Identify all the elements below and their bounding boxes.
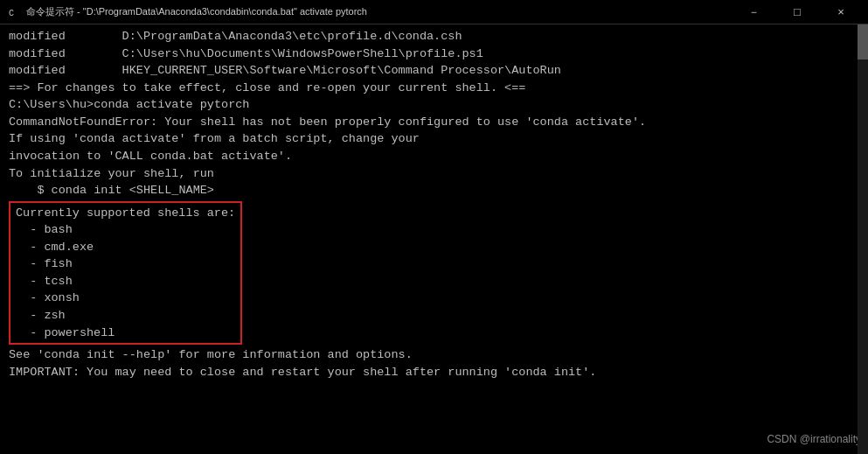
terminal-line: To initialize your shell, run [9,165,859,183]
terminal-line: modified D:\ProgramData\Anaconda3\etc\pr… [9,28,859,45]
highlighted-line: - fish [16,255,235,273]
highlighted-line: - bash [16,221,235,239]
maximize-button[interactable]: □ [777,0,817,24]
cmd-icon: C [7,5,21,19]
terminal-content: modified D:\ProgramData\Anaconda3\etc\pr… [9,28,859,381]
title-bar-controls: － □ × [733,0,861,24]
title-suffix: - "D:\ProgramData\Anaconda3\condabin\con… [77,6,367,17]
terminal-line: If using 'conda activate' from a batch s… [9,130,859,148]
title-text: 命令提示符 - "D:\ProgramData\Anaconda3\condab… [26,5,367,18]
terminal-body: modified D:\ProgramData\Anaconda3\etc\pr… [0,24,868,454]
title-bar: C 命令提示符 - "D:\ProgramData\Anaconda3\cond… [0,0,868,24]
terminal-line: IMPORTANT: You may need to close and res… [9,364,859,381]
terminal-line: ==> For changes to take effect, close an… [9,80,859,97]
terminal-line: $ conda init <SHELL_NAME> [9,182,859,199]
highlighted-section: Currently supported shells are: - bash -… [9,201,242,346]
scrollbar-thumb[interactable] [858,24,868,59]
terminal-line: modified HKEY_CURRENT_USER\Software\Micr… [9,62,859,80]
terminal-line: CommandNotFoundError: Your shell has not… [9,114,859,131]
terminal-window: C 命令提示符 - "D:\ProgramData\Anaconda3\cond… [0,0,868,454]
highlighted-line: - powershell [16,325,235,342]
svg-text:C: C [9,9,14,18]
minimize-button[interactable]: － [733,0,774,24]
terminal-line: C:\Users\hu>conda activate pytorch [9,96,859,114]
terminal-line: invocation to 'CALL conda.bat activate'. [9,148,859,165]
scrollbar[interactable] [858,24,868,454]
highlighted-line: - xonsh [16,290,235,307]
terminal-line: modified C:\Users\hu\Documents\WindowsPo… [9,45,859,63]
close-button[interactable]: × [821,0,861,24]
terminal-line: See 'conda init --help' for more informa… [9,346,859,364]
title-bar-left: C 命令提示符 - "D:\ProgramData\Anaconda3\cond… [7,5,367,19]
highlighted-line: - cmd.exe [16,239,235,256]
highlighted-line: - zsh [16,307,235,325]
highlighted-line: - tcsh [16,273,235,290]
highlighted-line: Currently supported shells are: [16,205,235,222]
watermark: CSDN @irrationality [767,432,861,447]
